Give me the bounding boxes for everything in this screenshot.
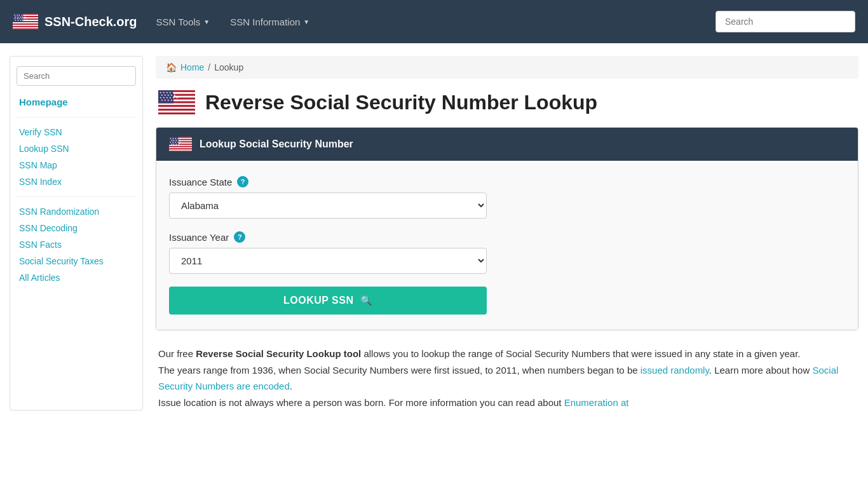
lookup-ssn-search-icon: 🔍 xyxy=(360,295,373,306)
sidebar-link-lookup-ssn[interactable]: Lookup SSN xyxy=(17,140,136,157)
nav-ssn-tools-label: SSN Tools xyxy=(156,17,201,27)
lookup-ssn-button-label: Lookup SSN xyxy=(283,295,354,306)
nav-search-container xyxy=(715,11,855,32)
sidebar-link-all-articles[interactable]: All Articles xyxy=(17,269,136,286)
svg-rect-44 xyxy=(169,146,192,147)
body-paragraph-3: Issue location is not always where a per… xyxy=(158,395,856,411)
body-paragraph-2: The years range from 1936, when Social S… xyxy=(158,362,856,395)
issuance-year-select[interactable]: 1936193719381939 1940194119421943 194419… xyxy=(169,248,487,274)
sidebar-divider-2 xyxy=(17,196,136,197)
issuance-state-label: Issuance State ? xyxy=(169,176,845,187)
lookup-card-body: Issuance State ? Alabama Alaska Arizona … xyxy=(156,161,858,330)
issued-randomly-link[interactable]: issued randomly xyxy=(641,365,709,376)
body-paragraph-1: Our free Reverse Social Security Lookup … xyxy=(158,346,856,362)
ssn-information-caret-icon: ▼ xyxy=(303,18,309,25)
svg-rect-46 xyxy=(169,148,192,149)
breadcrumb-current: Lookup xyxy=(214,62,243,72)
sidebar-search-container xyxy=(17,66,136,93)
navbar: ★ ★ ★ ★ ★ ★ ★ ★ ★ ★ ★ ★ ★ ★ ★ ★ ★ ★ ★ ★ … xyxy=(0,0,868,43)
breadcrumb-home-link[interactable]: Home xyxy=(180,62,204,72)
brand-name: SSN-Check.org xyxy=(44,15,137,29)
breadcrumb-separator: / xyxy=(208,62,210,72)
breadcrumb: 🏠 Home / Lookup xyxy=(156,56,858,79)
svg-rect-26 xyxy=(158,105,195,107)
nav-item-ssn-information[interactable]: SSN Information ▼ xyxy=(221,11,318,32)
nav-item-ssn-tools[interactable]: SSN Tools ▼ xyxy=(147,11,219,32)
nav-links: SSN Tools ▼ SSN Information ▼ xyxy=(147,11,319,32)
sidebar: Homepage Verify SSN Lookup SSN SSN Map S… xyxy=(10,56,143,410)
lookup-card: ★ ★ ★ ★ ★ ★ ★ ★ ★ ★ ★ ★ ★ ★ ★ ★ ★ ★ Look… xyxy=(156,127,858,330)
sidebar-link-social-security-taxes[interactable]: Social Security Taxes xyxy=(17,253,136,269)
svg-text:★ ★ ★ ★ ★: ★ ★ ★ ★ ★ xyxy=(15,19,26,22)
sidebar-homepage-link[interactable]: Homepage xyxy=(17,93,136,111)
page-title-row: ★ ★ ★ ★ ★ ★ ★ ★ ★ ★ ★ ★ ★ ★ ★ ★ ★ ★ ★ ★ … xyxy=(156,90,858,114)
svg-rect-9 xyxy=(13,25,38,26)
sidebar-link-verify-ssn[interactable]: Verify SSN xyxy=(17,124,136,140)
sidebar-link-ssn-index[interactable]: SSN Index xyxy=(17,173,136,190)
issuance-state-group: Issuance State ? Alabama Alaska Arizona … xyxy=(169,176,845,219)
lookup-card-header: ★ ★ ★ ★ ★ ★ ★ ★ ★ ★ ★ ★ ★ ★ ★ ★ ★ ★ Look… xyxy=(156,128,858,161)
page-title: Reverse Social Security Number Lookup xyxy=(205,91,597,114)
issuance-year-group: Issuance Year ? 1936193719381939 1940194… xyxy=(169,231,845,274)
svg-rect-30 xyxy=(158,112,195,114)
svg-text:★ ★ ★ ★ ★: ★ ★ ★ ★ ★ xyxy=(161,98,176,102)
svg-rect-11 xyxy=(13,27,38,29)
nav-search-input[interactable] xyxy=(715,11,855,32)
sidebar-link-ssn-randomization[interactable]: SSN Randomization xyxy=(17,203,136,220)
sidebar-divider-1 xyxy=(17,117,136,118)
ssn-encoded-link[interactable]: Social Security Numbers are encoded xyxy=(158,365,838,392)
page-container: Homepage Verify SSN Lookup SSN SSN Map S… xyxy=(0,43,868,423)
page-title-flag-icon: ★ ★ ★ ★ ★ ★ ★ ★ ★ ★ ★ ★ ★ ★ ★ ★ ★ ★ ★ ★ … xyxy=(158,90,195,114)
navbar-flag-icon: ★ ★ ★ ★ ★ ★ ★ ★ ★ ★ ★ ★ ★ ★ ★ ★ ★ ★ ★ ★ … xyxy=(13,13,38,30)
lookup-card-header-text: Lookup Social Security Number xyxy=(200,139,353,150)
ssn-tools-caret-icon: ▼ xyxy=(203,18,210,25)
svg-rect-47 xyxy=(169,149,192,151)
breadcrumb-home-icon: 🏠 xyxy=(166,62,177,72)
svg-rect-8 xyxy=(13,24,38,25)
issuance-year-label: Issuance Year ? xyxy=(169,231,845,243)
svg-rect-7 xyxy=(13,22,38,24)
issuance-year-help-icon[interactable]: ? xyxy=(234,231,245,243)
svg-rect-12 xyxy=(13,29,38,30)
svg-text:★ ★ ★ ★: ★ ★ ★ ★ xyxy=(171,143,180,146)
issuance-state-help-icon[interactable]: ? xyxy=(237,176,248,187)
body-bold-1: Reverse Social Security Lookup tool xyxy=(196,348,361,359)
brand-logo[interactable]: ★ ★ ★ ★ ★ ★ ★ ★ ★ ★ ★ ★ ★ ★ ★ ★ ★ ★ ★ ★ … xyxy=(13,13,137,30)
enumeration-link[interactable]: Enumeration at xyxy=(564,397,629,408)
body-text: Our free Reverse Social Security Lookup … xyxy=(156,346,858,410)
svg-rect-29 xyxy=(158,111,195,112)
sidebar-link-ssn-decoding[interactable]: SSN Decoding xyxy=(17,220,136,236)
svg-rect-28 xyxy=(158,109,195,111)
sidebar-link-ssn-facts[interactable]: SSN Facts xyxy=(17,236,136,253)
lookup-ssn-button[interactable]: Lookup SSN 🔍 xyxy=(169,287,487,315)
svg-rect-27 xyxy=(158,107,195,109)
sidebar-link-ssn-map[interactable]: SSN Map xyxy=(17,157,136,173)
svg-rect-10 xyxy=(13,26,38,27)
issuance-state-select[interactable]: Alabama Alaska Arizona Arkansas Californ… xyxy=(169,193,487,219)
svg-rect-45 xyxy=(169,147,192,149)
svg-rect-25 xyxy=(158,103,195,105)
sidebar-search-input[interactable] xyxy=(17,66,136,86)
nav-ssn-information-label: SSN Information xyxy=(230,17,300,27)
main-content: 🏠 Home / Lookup xyxy=(156,56,858,410)
lookup-header-flag-icon: ★ ★ ★ ★ ★ ★ ★ ★ ★ ★ ★ ★ ★ ★ ★ ★ ★ ★ xyxy=(169,137,192,152)
svg-rect-48 xyxy=(169,151,192,152)
